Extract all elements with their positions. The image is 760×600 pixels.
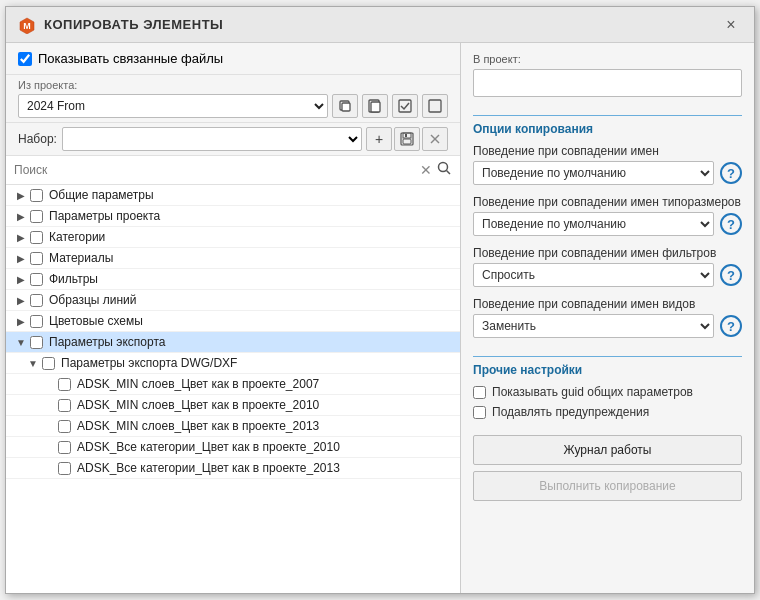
expand-arrow[interactable]: ▶ bbox=[14, 232, 28, 243]
tree-checkbox[interactable] bbox=[58, 441, 71, 454]
tree-checkbox[interactable] bbox=[30, 336, 43, 349]
type-conflict-help[interactable]: ? bbox=[720, 213, 742, 235]
title-bar-left: M КОПИРОВАТЬ ЭЛЕМЕНТЫ bbox=[18, 16, 223, 34]
tree-item-line-styles[interactable]: ▶ Образцы линий bbox=[6, 290, 460, 311]
expand-arrow[interactable]: ▶ bbox=[14, 295, 28, 306]
tree-checkbox[interactable] bbox=[30, 252, 43, 265]
square-icon-btn[interactable] bbox=[422, 94, 448, 118]
filter-conflict-row: Спросить ? bbox=[473, 263, 742, 287]
delete-set-btn[interactable] bbox=[422, 127, 448, 151]
set-select[interactable] bbox=[62, 127, 362, 151]
filter-conflict-select[interactable]: Спросить bbox=[473, 263, 714, 287]
tree-label: ADSK_Все категории_Цвет как в проекте_20… bbox=[77, 440, 340, 454]
show-guid-option: Показывать guid общих параметров bbox=[473, 385, 742, 399]
save-set-btn[interactable] bbox=[394, 127, 420, 151]
tree-label: Параметры проекта bbox=[49, 209, 160, 223]
from-project-label: Из проекта: bbox=[18, 79, 448, 91]
left-panel: Показывать связанные файлы Из проекта: 2… bbox=[6, 43, 461, 593]
tree-label: Образцы линий bbox=[49, 293, 137, 307]
set-label: Набор: bbox=[18, 132, 58, 146]
search-input[interactable] bbox=[14, 163, 416, 177]
tree-checkbox[interactable] bbox=[58, 378, 71, 391]
type-conflict-select[interactable]: Поведение по умолчанию bbox=[473, 212, 714, 236]
expand-arrow[interactable]: ▶ bbox=[14, 274, 28, 285]
tree-item-general[interactable]: ▶ Общие параметры bbox=[6, 185, 460, 206]
tree-checkbox[interactable] bbox=[30, 315, 43, 328]
expand-arrow[interactable]: ▶ bbox=[14, 253, 28, 264]
name-conflict-select[interactable]: Поведение по умолчанию bbox=[473, 161, 714, 185]
tree-item-adsk-all-2013[interactable]: ADSK_Все категории_Цвет как в проекте_20… bbox=[6, 458, 460, 479]
tree-checkbox[interactable] bbox=[58, 462, 71, 475]
tree-item-adsk-min-2010[interactable]: ADSK_MIN слоев_Цвет как в проекте_2010 bbox=[6, 395, 460, 416]
tree-item-project-params[interactable]: ▶ Параметры проекта bbox=[6, 206, 460, 227]
search-icon[interactable] bbox=[436, 160, 452, 180]
tree-checkbox[interactable] bbox=[58, 399, 71, 412]
log-button[interactable]: Журнал работы bbox=[473, 435, 742, 465]
right-panel: В проект: Опции копирования Поведение пр… bbox=[461, 43, 754, 593]
add-set-btn[interactable]: + bbox=[366, 127, 392, 151]
svg-rect-7 bbox=[429, 100, 441, 112]
copy-options-title: Опции копирования bbox=[473, 122, 742, 136]
show-linked-files-row: Показывать связанные файлы bbox=[6, 43, 460, 75]
expand-arrow[interactable]: ▶ bbox=[14, 316, 28, 327]
check-icon-btn[interactable] bbox=[392, 94, 418, 118]
filter-conflict-help[interactable]: ? bbox=[720, 264, 742, 286]
copy-icon-btn-2[interactable] bbox=[362, 94, 388, 118]
name-conflict-group: Поведение при совпадении имен Поведение … bbox=[473, 144, 742, 185]
copy-button[interactable]: Выполнить копирование bbox=[473, 471, 742, 501]
search-clear-btn[interactable]: ✕ bbox=[420, 162, 432, 178]
set-row: Набор: + bbox=[6, 123, 460, 156]
to-project-input[interactable] bbox=[473, 69, 742, 97]
show-guid-label: Показывать guid общих параметров bbox=[492, 385, 693, 399]
tree-checkbox[interactable] bbox=[30, 189, 43, 202]
expand-arrow[interactable]: ▶ bbox=[14, 190, 28, 201]
tree-item-export-params[interactable]: ▼ Параметры экспорта bbox=[6, 332, 460, 353]
view-conflict-group: Поведение при совпадении имен видов Заме… bbox=[473, 297, 742, 338]
tree-item-categories[interactable]: ▶ Категории bbox=[6, 227, 460, 248]
other-settings-title: Прочие настройки bbox=[473, 363, 742, 377]
expand-arrow[interactable]: ▼ bbox=[26, 358, 40, 369]
svg-rect-10 bbox=[403, 139, 411, 144]
tree-checkbox[interactable] bbox=[30, 210, 43, 223]
show-guid-checkbox[interactable] bbox=[473, 386, 486, 399]
tree-item-materials[interactable]: ▶ Материалы bbox=[6, 248, 460, 269]
suppress-warnings-checkbox[interactable] bbox=[473, 406, 486, 419]
tree-label: ADSK_MIN слоев_Цвет как в проекте_2010 bbox=[77, 398, 319, 412]
dialog-title: КОПИРОВАТЬ ЭЛЕМЕНТЫ bbox=[44, 17, 223, 32]
svg-line-15 bbox=[447, 171, 451, 175]
tree-item-adsk-min-2013[interactable]: ADSK_MIN слоев_Цвет как в проекте_2013 bbox=[6, 416, 460, 437]
tree-item-filters[interactable]: ▶ Фильтры bbox=[6, 269, 460, 290]
expand-arrow[interactable]: ▼ bbox=[14, 337, 28, 348]
name-conflict-help[interactable]: ? bbox=[720, 162, 742, 184]
tree-checkbox[interactable] bbox=[30, 231, 43, 244]
view-conflict-select[interactable]: Заменить bbox=[473, 314, 714, 338]
tree-item-adsk-min-2007[interactable]: ADSK_MIN слоев_Цвет как в проекте_2007 bbox=[6, 374, 460, 395]
show-linked-files-checkbox[interactable] bbox=[18, 52, 32, 66]
tree-label: Фильтры bbox=[49, 272, 98, 286]
title-bar: M КОПИРОВАТЬ ЭЛЕМЕНТЫ × bbox=[6, 7, 754, 43]
tree-label: Параметры экспорта bbox=[49, 335, 165, 349]
tree-item-dwg-dxf[interactable]: ▼ Параметры экспорта DWG/DXF bbox=[6, 353, 460, 374]
to-project-section: В проект: bbox=[473, 53, 742, 97]
tree-label: ADSK_Все категории_Цвет как в проекте_20… bbox=[77, 461, 340, 475]
from-project-select[interactable]: 2024 From bbox=[18, 94, 328, 118]
tree-label: Категории bbox=[49, 230, 105, 244]
tree-label: Общие параметры bbox=[49, 188, 154, 202]
expand-arrow bbox=[42, 379, 56, 390]
suppress-warnings-option: Подавлять предупреждения bbox=[473, 405, 742, 419]
tree-checkbox[interactable] bbox=[30, 294, 43, 307]
close-button[interactable]: × bbox=[720, 14, 742, 36]
tree-item-adsk-all-2010[interactable]: ADSK_Все категории_Цвет как в проекте_20… bbox=[6, 437, 460, 458]
tree-checkbox[interactable] bbox=[30, 273, 43, 286]
tree-container[interactable]: ▶ Общие параметры ▶ Параметры проекта ▶ … bbox=[6, 185, 460, 593]
name-conflict-row: Поведение по умолчанию ? bbox=[473, 161, 742, 185]
copy-icon-btn-1[interactable] bbox=[332, 94, 358, 118]
view-conflict-help[interactable]: ? bbox=[720, 315, 742, 337]
tree-checkbox[interactable] bbox=[58, 420, 71, 433]
svg-rect-3 bbox=[342, 103, 350, 111]
suppress-warnings-label: Подавлять предупреждения bbox=[492, 405, 649, 419]
tree-item-color-schemes[interactable]: ▶ Цветовые схемы bbox=[6, 311, 460, 332]
expand-arrow[interactable]: ▶ bbox=[14, 211, 28, 222]
tree-checkbox[interactable] bbox=[42, 357, 55, 370]
app-icon: M bbox=[18, 16, 36, 34]
